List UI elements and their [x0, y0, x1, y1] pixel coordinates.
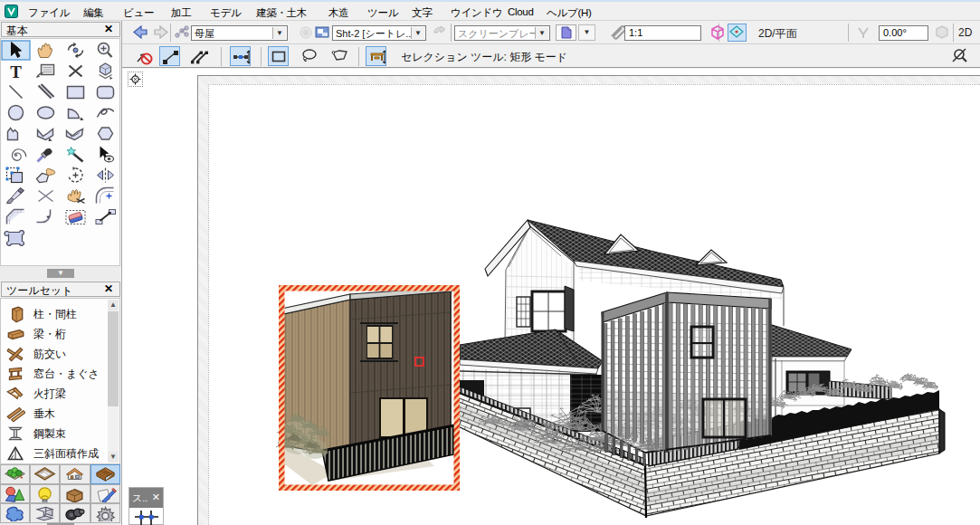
svg-text:T: T [10, 62, 22, 81]
